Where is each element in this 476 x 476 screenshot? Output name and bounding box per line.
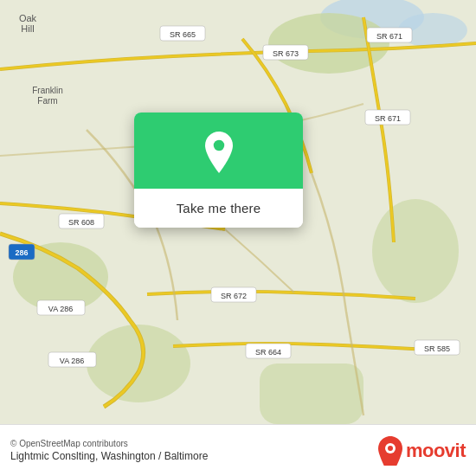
svg-text:SR 671: SR 671 [376,32,402,41]
svg-text:VA 286: VA 286 [60,357,84,365]
svg-text:SR 673: SR 673 [273,49,299,58]
bottom-bar: © OpenStreetMap contributors Lightmic Co… [0,424,476,476]
svg-text:SR 608: SR 608 [68,218,94,227]
take-me-there-button[interactable]: Take me there [134,189,303,228]
map-area[interactable]: SR 665 SR 673 SR 671 SR 671 SR 608 286 S… [0,0,476,424]
svg-point-34 [213,140,223,151]
location-pin-icon [198,132,240,173]
svg-text:SR 672: SR 672 [221,292,247,300]
svg-text:Hill: Hill [21,23,34,34]
svg-text:Oak: Oak [19,13,37,23]
moovit-logo: moovit [378,436,466,466]
svg-text:SR 664: SR 664 [255,348,281,357]
popup-header [134,113,303,189]
svg-rect-7 [260,363,363,424]
moovit-pin-icon [378,436,402,466]
svg-text:SR 671: SR 671 [375,114,401,123]
svg-text:Farm: Farm [37,96,57,106]
svg-text:VA 286: VA 286 [48,305,73,313]
svg-point-5 [372,199,459,303]
app-info-label: Lightmic Conslting, Washington / Baltimo… [10,450,208,462]
svg-text:Franklin: Franklin [32,86,63,95]
moovit-brand-text: moovit [406,440,466,462]
osm-attribution: © OpenStreetMap contributors [10,439,208,448]
svg-text:SR 665: SR 665 [170,30,196,39]
svg-text:SR 585: SR 585 [424,344,450,353]
svg-text:286: 286 [15,248,28,257]
bottom-info: © OpenStreetMap contributors Lightmic Co… [10,439,208,462]
svg-point-36 [388,446,393,451]
location-popup: Take me there [134,113,303,228]
